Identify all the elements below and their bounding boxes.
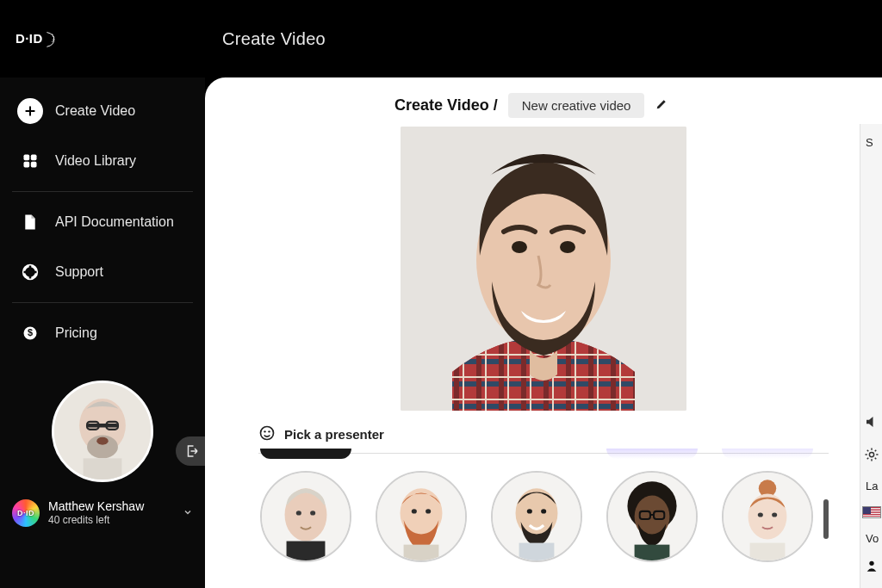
- svg-rect-54: [750, 543, 786, 560]
- sidebar-item-pricing[interactable]: $ Pricing: [12, 308, 193, 358]
- rail-lang-label: La: [860, 480, 882, 492]
- app-root: D·ID Create Video Create Video: [0, 0, 882, 588]
- sidebar-item-label: Create Video: [55, 103, 135, 119]
- flag-us-icon[interactable]: [862, 506, 881, 518]
- presenter-option-5[interactable]: [722, 471, 813, 562]
- divider: [12, 191, 193, 192]
- plus-icon: [17, 98, 43, 124]
- svg-rect-2: [24, 162, 30, 168]
- avatar-face-icon: [54, 383, 151, 480]
- svg-rect-32: [287, 542, 326, 560]
- user-org-logo: D·ID: [12, 499, 40, 527]
- page-title: Create Video: [222, 29, 326, 49]
- sidebar-item-label: API Documentation: [55, 214, 174, 230]
- presenter-strip[interactable]: [258, 466, 829, 566]
- svg-point-26: [264, 430, 265, 432]
- gear-icon[interactable]: [864, 447, 879, 466]
- topbar: D·ID Create Video: [0, 0, 882, 77]
- svg-point-56: [869, 561, 873, 566]
- main-panel: Create Video / New creative video: [205, 77, 882, 588]
- breadcrumb-root: Create Video /: [394, 96, 498, 115]
- sidebar: Create Video Video Library API Documenta…: [0, 77, 205, 588]
- user-credits: 40 credits left: [48, 514, 144, 526]
- video-title-input[interactable]: New creative video: [508, 93, 645, 118]
- svg-rect-10: [87, 424, 118, 427]
- lifebuoy-icon: [17, 259, 43, 285]
- presenter-option-2[interactable]: [376, 471, 467, 562]
- face-icon: [258, 424, 276, 444]
- person-icon[interactable]: [865, 559, 879, 576]
- svg-point-51: [748, 493, 787, 539]
- user-info: Matthew Kershaw 40 credits left: [48, 499, 144, 526]
- presenter-option-1[interactable]: [260, 471, 351, 562]
- svg-rect-1: [31, 155, 37, 161]
- svg-point-25: [261, 427, 274, 440]
- svg-rect-15: [84, 458, 122, 480]
- svg-point-30: [296, 511, 301, 515]
- grid-icon: [17, 148, 43, 174]
- sidebar-item-create-video[interactable]: Create Video: [12, 86, 193, 136]
- brand-text: D·ID: [16, 31, 43, 46]
- presenter-option-4[interactable]: [606, 471, 698, 562]
- rail-top-label[interactable]: S: [860, 136, 882, 149]
- main: Create Video / New creative video: [205, 77, 882, 588]
- user-avatar-large[interactable]: [52, 381, 153, 482]
- svg-point-35: [412, 509, 417, 513]
- svg-point-39: [516, 488, 558, 537]
- rail-voice-label: Vo: [860, 532, 882, 545]
- svg-rect-37: [404, 545, 439, 560]
- svg-point-52: [758, 512, 763, 517]
- presenter-option-3[interactable]: [491, 471, 582, 562]
- breadcrumb: Create Video / New creative video: [394, 77, 882, 127]
- sidebar-item-label: Video Library: [55, 153, 136, 169]
- brand-logo[interactable]: D·ID: [16, 22, 67, 56]
- sidebar-item-label: Pricing: [55, 325, 97, 341]
- svg-point-5: [28, 269, 34, 275]
- svg-point-55: [869, 452, 873, 456]
- strip-scrollbar[interactable]: [820, 476, 829, 562]
- preview-face: [401, 127, 686, 411]
- divider: [12, 302, 193, 303]
- svg-rect-0: [24, 155, 30, 161]
- edit-title-button[interactable]: [655, 97, 668, 115]
- svg-rect-42: [519, 543, 555, 560]
- logout-button[interactable]: [176, 436, 208, 466]
- speaker-icon[interactable]: [864, 414, 879, 433]
- svg-point-41: [541, 509, 546, 513]
- picker-header: Pick a presenter: [258, 418, 829, 453]
- svg-point-27: [268, 430, 270, 432]
- svg-point-14: [96, 437, 108, 445]
- sidebar-item-label: Support: [55, 264, 103, 280]
- dollar-icon: $: [17, 320, 43, 346]
- svg-point-53: [772, 512, 777, 517]
- svg-point-23: [512, 241, 527, 253]
- svg-point-24: [560, 241, 575, 253]
- sidebar-item-video-library[interactable]: Video Library: [12, 136, 193, 186]
- svg-point-40: [527, 509, 532, 513]
- document-icon: [17, 209, 43, 235]
- logout-icon: [184, 443, 200, 459]
- sidebar-item-support[interactable]: Support: [12, 247, 193, 297]
- svg-rect-48: [635, 545, 670, 560]
- sidebar-item-api-docs[interactable]: API Documentation: [12, 197, 193, 247]
- presenter-picker: Pick a presenter: [205, 418, 882, 586]
- scrollbar-thumb[interactable]: [823, 499, 829, 539]
- svg-point-31: [310, 511, 315, 515]
- svg-rect-3: [31, 162, 37, 168]
- user-menu[interactable]: D·ID Matthew Kershaw 40 credits left: [0, 491, 205, 532]
- user-name: Matthew Kershaw: [48, 499, 144, 514]
- svg-text:$: $: [28, 327, 33, 337]
- pencil-icon: [655, 97, 668, 111]
- body: Create Video Video Library API Documenta…: [0, 77, 882, 588]
- chevron-down-icon: [183, 505, 193, 521]
- strip-peek-above: [258, 449, 829, 459]
- presenter-preview: [401, 127, 686, 411]
- picker-heading: Pick a presenter: [284, 427, 384, 442]
- svg-point-36: [425, 509, 431, 513]
- right-rail: S La Vo: [860, 124, 882, 588]
